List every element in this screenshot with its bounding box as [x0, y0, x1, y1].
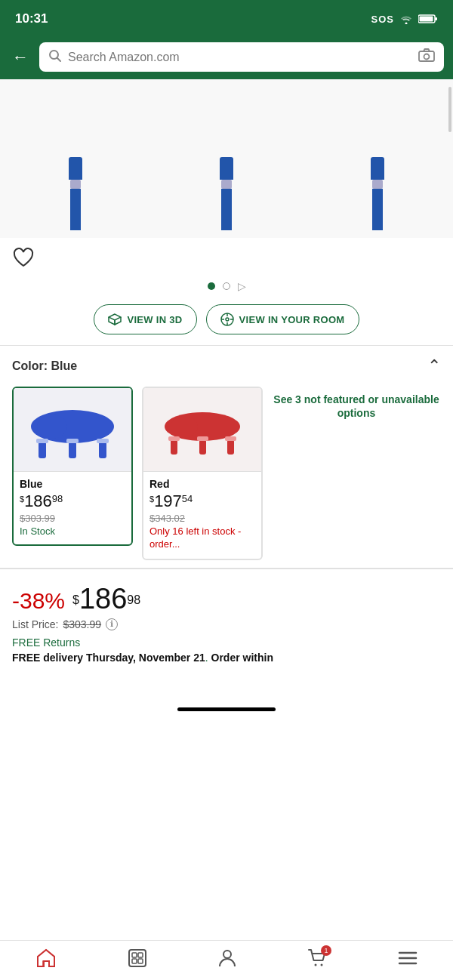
product-image [0, 79, 453, 238]
account-icon [218, 948, 236, 968]
svg-point-6 [424, 54, 430, 60]
nav-cart[interactable]: 1 [307, 948, 327, 968]
nav-menu[interactable] [398, 951, 418, 966]
color-section: Color: Blue ⌃ [0, 346, 453, 568]
nav-account[interactable] [218, 948, 236, 968]
price-main: 186 [79, 583, 127, 615]
color-selected-value: Blue [51, 359, 78, 372]
view-room-label: VIEW IN YOUR ROOM [239, 314, 345, 325]
svg-rect-30 [132, 953, 137, 957]
color-card-img-red [143, 388, 261, 471]
nav-home[interactable] [35, 948, 57, 968]
bottom-nav: 1 [0, 940, 453, 980]
svg-rect-23 [171, 439, 177, 455]
free-delivery-label: FREE delivery [12, 652, 86, 664]
price-display: $18698 [72, 583, 140, 615]
view-room-button[interactable]: VIEW IN YOUR ROOM [206, 304, 359, 334]
status-time: 10:31 [15, 11, 48, 26]
discount-percentage: -38% [12, 588, 65, 614]
sos-label: SOS [371, 14, 394, 25]
scrollbar[interactable] [448, 87, 451, 132]
svg-point-36 [321, 964, 323, 966]
color-collapse-button[interactable]: ⌃ [427, 356, 441, 376]
svg-point-22 [171, 416, 198, 437]
list-price-label: List Price: [12, 618, 58, 630]
svg-rect-27 [197, 436, 208, 441]
free-delivery[interactable]: FREE delivery Thursday, November 21. Ord… [12, 652, 441, 664]
svg-rect-2 [420, 17, 433, 22]
svg-rect-31 [138, 953, 143, 957]
dot-play[interactable]: ▷ [238, 280, 246, 292]
order-within-label: Order within [211, 652, 273, 664]
see-more-options[interactable]: See 3 not featured or unavailable option… [272, 387, 441, 426]
info-icon[interactable]: ℹ [106, 618, 118, 630]
svg-point-8 [226, 318, 229, 321]
search-field[interactable] [39, 42, 444, 72]
pricing-section: -38% $18698 List Price: $303.99 ℹ FREE R… [0, 569, 453, 671]
wifi-icon [399, 14, 414, 24]
svg-rect-18 [36, 439, 48, 443]
view-room-icon [220, 313, 234, 326]
svg-rect-32 [132, 959, 137, 963]
table-leg-left [69, 157, 82, 230]
color-stock-blue: In Stock [20, 525, 125, 537]
search-input[interactable] [68, 51, 412, 64]
color-options-row: Blue $18698 $303.99 In Stock [12, 387, 441, 560]
color-stock-red: Only 16 left in stock - order... [149, 525, 255, 551]
color-orig-price-blue: $303.99 [20, 513, 125, 524]
svg-rect-24 [199, 439, 206, 455]
color-label-text: Color: [12, 359, 51, 372]
svg-rect-25 [227, 439, 234, 455]
color-header: Color: Blue ⌃ [12, 356, 441, 376]
color-name-red: Red [149, 478, 255, 490]
svg-rect-28 [225, 436, 236, 441]
image-dots-row: ▷ [0, 276, 453, 297]
color-name-blue: Blue [20, 478, 125, 490]
svg-rect-26 [168, 436, 180, 441]
blue-table-image [23, 398, 122, 462]
color-card-details-red: Red $19754 $343.02 Only 16 left in stock… [143, 471, 261, 559]
color-card-img-blue [14, 388, 131, 471]
status-bar: 10:31 SOS [0, 0, 453, 36]
color-card-details-blue: Blue $18698 $303.99 In Stock [14, 471, 131, 544]
cart-badge: 1 [321, 945, 331, 956]
product-image-area [0, 79, 453, 238]
color-option-red[interactable]: Red $19754 $343.02 Only 16 left in stock… [142, 387, 263, 560]
delivery-date: Thursday, November 21 [86, 652, 205, 664]
search-icon [48, 49, 62, 66]
list-price-value: $303.99 [63, 618, 101, 630]
recently-viewed-icon [128, 948, 147, 968]
table-leg-center [220, 157, 233, 230]
svg-point-34 [223, 951, 231, 958]
table-leg-right [371, 157, 384, 230]
wishlist-button[interactable] [12, 247, 35, 271]
color-price-red: $19754 [149, 492, 255, 511]
svg-rect-1 [435, 17, 437, 20]
svg-rect-29 [129, 950, 146, 966]
search-bar-area: ← [0, 36, 453, 79]
back-button[interactable]: ← [9, 48, 32, 67]
view-3d-label: VIEW IN 3D [127, 314, 182, 325]
svg-line-4 [57, 57, 61, 61]
dot-active[interactable] [208, 282, 215, 290]
svg-point-35 [315, 964, 317, 966]
color-option-blue[interactable]: Blue $18698 $303.99 In Stock [12, 387, 133, 546]
view-buttons-row: VIEW IN 3D VIEW IN YOUR ROOM [0, 297, 453, 345]
list-price-row: List Price: $303.99 ℹ [12, 618, 441, 630]
color-label: Color: Blue [12, 359, 77, 373]
pricing-main-row: -38% $18698 [12, 583, 441, 615]
nav-recently-viewed[interactable] [128, 948, 147, 968]
wishlist-area [0, 238, 453, 276]
svg-rect-16 [69, 442, 76, 458]
color-orig-price-red: $343.02 [149, 513, 255, 524]
red-table-image [157, 402, 248, 458]
svg-rect-15 [39, 442, 46, 458]
free-returns[interactable]: FREE Returns [12, 636, 441, 649]
camera-icon[interactable] [418, 48, 435, 66]
dot-inactive[interactable] [223, 282, 230, 290]
home-icon [35, 948, 57, 968]
svg-rect-17 [99, 442, 106, 458]
menu-icon [398, 951, 418, 966]
svg-rect-19 [66, 439, 79, 443]
view-3d-button[interactable]: VIEW IN 3D [94, 304, 196, 334]
